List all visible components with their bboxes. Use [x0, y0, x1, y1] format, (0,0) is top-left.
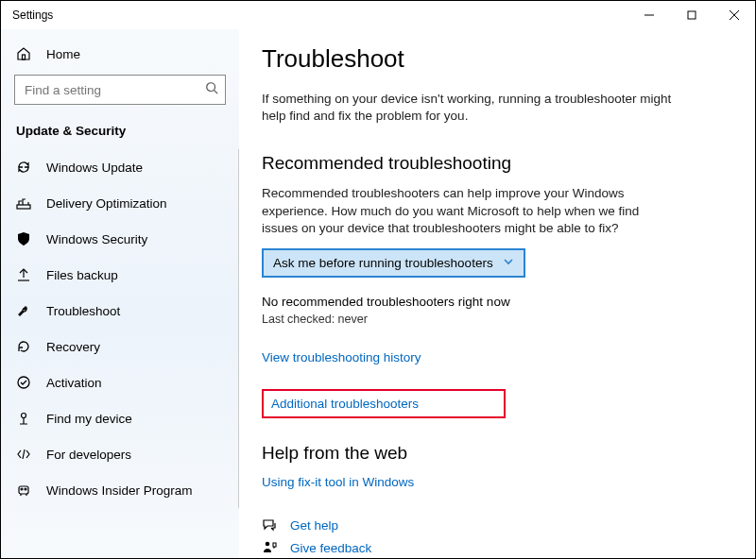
delivery-icon — [16, 195, 33, 211]
sidebar-item-label: Recovery — [46, 340, 100, 354]
recommended-status: No recommended troubleshooters right now — [262, 295, 729, 309]
recommended-heading: Recommended troubleshooting — [262, 153, 729, 174]
svg-rect-1 — [688, 11, 696, 19]
additional-troubleshooters-highlight: Additional troubleshooters — [262, 389, 506, 418]
window-title: Settings — [12, 8, 53, 22]
sidebar-item-label: Windows Update — [46, 161, 143, 175]
sidebar-item-windows-update[interactable]: Windows Update — [1, 149, 238, 185]
sidebar-item-label: Delivery Optimization — [46, 196, 167, 211]
view-history-link[interactable]: View troubleshooting history — [262, 350, 421, 364]
svg-point-14 — [25, 488, 26, 490]
svg-point-13 — [21, 488, 23, 490]
fixit-link[interactable]: Using fix-it tool in Windows — [262, 475, 414, 489]
sidebar-item-label: Windows Security — [46, 232, 147, 246]
recommended-desc: Recommended troubleshooters can help imp… — [262, 185, 678, 237]
last-checked: Last checked: never — [262, 313, 729, 326]
svg-point-10 — [18, 377, 29, 388]
wrench-icon — [16, 303, 33, 318]
developer-icon — [16, 447, 33, 462]
help-heading: Help from the web — [262, 443, 729, 464]
svg-rect-4 — [23, 55, 26, 59]
svg-point-15 — [266, 542, 270, 547]
svg-rect-7 — [17, 205, 30, 209]
sidebar-item-label: Files backup — [46, 268, 118, 282]
svg-point-5 — [207, 83, 215, 92]
home-label: Home — [46, 47, 80, 61]
content-pane: Troubleshoot If something on your device… — [239, 29, 755, 558]
sidebar-item-label: Find my device — [46, 412, 132, 426]
sync-icon — [16, 160, 33, 175]
svg-line-6 — [215, 91, 218, 94]
maximize-button[interactable] — [670, 1, 713, 29]
home-nav[interactable]: Home — [1, 37, 239, 71]
window-controls — [627, 1, 755, 29]
sidebar-item-label: For developers — [46, 448, 131, 462]
sidebar-item-troubleshoot[interactable]: Troubleshoot — [1, 293, 238, 329]
sidebar-item-for-developers[interactable]: For developers — [1, 436, 238, 472]
feedback-icon — [262, 540, 279, 555]
check-circle-icon — [16, 375, 33, 390]
dropdown-value: Ask me before running troubleshooters — [273, 256, 493, 270]
location-icon — [16, 411, 33, 426]
page-title: Troubleshoot — [262, 44, 729, 74]
search-input[interactable] — [14, 75, 226, 105]
sidebar: Home Update & Security Windows Update De… — [1, 29, 239, 558]
intro-text: If something on your device isn't workin… — [262, 91, 678, 125]
minimize-button[interactable] — [627, 1, 670, 29]
titlebar: Settings — [1, 1, 755, 29]
sidebar-item-insider-program[interactable]: Windows Insider Program — [1, 472, 238, 508]
additional-troubleshooters-link[interactable]: Additional troubleshooters — [271, 397, 419, 411]
sidebar-item-find-my-device[interactable]: Find my device — [1, 400, 238, 436]
give-feedback-link[interactable]: Give feedback — [290, 541, 371, 555]
sidebar-item-label: Troubleshoot — [46, 304, 120, 318]
sidebar-item-files-backup[interactable]: Files backup — [1, 257, 238, 293]
sidebar-item-recovery[interactable]: Recovery — [1, 329, 238, 364]
chat-icon — [262, 517, 279, 533]
svg-rect-12 — [19, 486, 28, 494]
section-header: Update & Security — [1, 114, 239, 149]
troubleshoot-preference-dropdown[interactable]: Ask me before running troubleshooters — [262, 248, 525, 278]
sidebar-item-label: Windows Insider Program — [46, 483, 193, 498]
home-icon — [16, 46, 33, 61]
search-icon — [205, 81, 218, 98]
close-button[interactable] — [713, 1, 755, 29]
recovery-icon — [16, 339, 33, 354]
sidebar-item-windows-security[interactable]: Windows Security — [1, 221, 238, 257]
insider-icon — [16, 483, 33, 498]
chevron-down-icon — [503, 256, 514, 270]
sidebar-item-delivery-optimization[interactable]: Delivery Optimization — [1, 185, 238, 221]
get-help-link[interactable]: Get help — [290, 518, 338, 533]
sidebar-item-label: Activation — [46, 376, 102, 390]
backup-icon — [16, 267, 33, 282]
sidebar-item-activation[interactable]: Activation — [1, 364, 238, 400]
shield-icon — [16, 231, 33, 246]
svg-point-11 — [22, 414, 26, 418]
